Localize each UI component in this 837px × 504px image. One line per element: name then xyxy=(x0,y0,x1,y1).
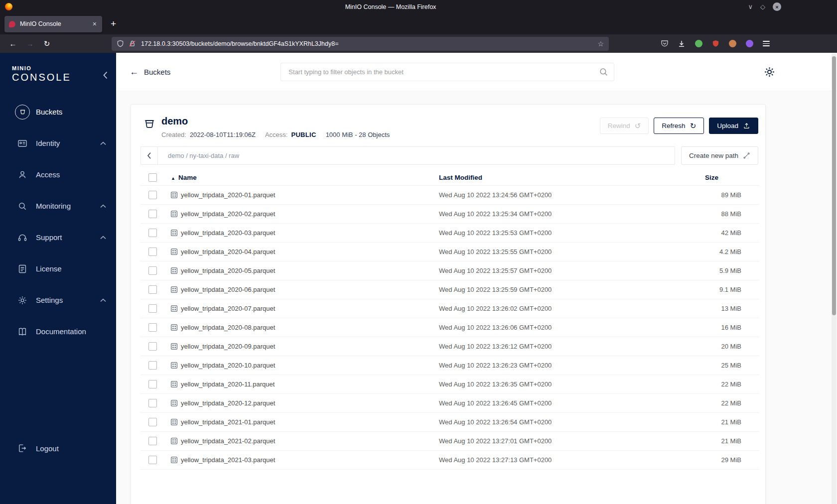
row-checkbox[interactable] xyxy=(148,304,157,313)
sidebar-item-documentation[interactable]: Documentation xyxy=(0,316,116,347)
menu-hamburger-icon[interactable] xyxy=(760,38,772,50)
account-avatar-icon[interactable] xyxy=(726,38,738,50)
object-filter-search[interactable] xyxy=(280,63,614,81)
sidebar-item-license[interactable]: License xyxy=(0,253,116,284)
shield-icon[interactable] xyxy=(117,40,124,47)
row-checkbox[interactable] xyxy=(148,229,157,237)
column-header-last-modified[interactable]: Last Modified xyxy=(434,170,705,185)
object-name[interactable]: yellow_tripdata_2020-07.parquet xyxy=(181,305,275,312)
object-name[interactable]: yellow_tripdata_2020-08.parquet xyxy=(181,324,275,331)
object-name[interactable]: yellow_tripdata_2021-03.parquet xyxy=(181,456,275,464)
row-checkbox[interactable] xyxy=(148,323,157,332)
bookmark-star-icon[interactable]: ☆ xyxy=(597,40,604,48)
select-all-checkbox[interactable] xyxy=(148,173,157,182)
url-text[interactable]: 172.18.0.3:30503/buckets/demo/browse/bnk… xyxy=(141,40,593,47)
object-name[interactable]: yellow_tripdata_2020-10.parquet xyxy=(181,362,275,369)
sidebar-item-logout[interactable]: Logout xyxy=(15,440,106,456)
create-new-path-label: Create new path xyxy=(689,152,738,159)
object-name[interactable]: yellow_tripdata_2021-02.parquet xyxy=(181,437,275,445)
object-name[interactable]: yellow_tripdata_2020-02.parquet xyxy=(181,210,275,218)
extension-purple-icon[interactable] xyxy=(743,38,755,50)
row-checkbox[interactable] xyxy=(148,361,157,370)
pocket-icon[interactable] xyxy=(659,38,671,50)
scrollbar-thumb[interactable] xyxy=(832,56,836,315)
table-row[interactable]: yellow_tripdata_2020-09.parquet Wed Aug … xyxy=(140,337,759,356)
search-input[interactable] xyxy=(288,68,599,76)
object-name[interactable]: yellow_tripdata_2020-12.parquet xyxy=(181,399,275,407)
object-size: 21 MiB xyxy=(705,412,759,431)
row-checkbox[interactable] xyxy=(148,418,157,426)
window-close-button[interactable]: × xyxy=(773,2,781,11)
url-bar[interactable]: 172.18.0.3:30503/buckets/demo/browse/bnk… xyxy=(112,37,609,51)
browser-settings-gear-icon[interactable] xyxy=(763,66,776,78)
object-name[interactable]: yellow_tripdata_2021-01.parquet xyxy=(181,418,275,426)
refresh-button[interactable]: Refresh ↻ xyxy=(654,118,704,134)
object-last-modified: Wed Aug 10 2022 13:27:01 GMT+0200 xyxy=(434,431,705,450)
breadcrumb[interactable]: demo / ny-taxi-data / raw xyxy=(158,152,239,159)
table-row[interactable]: yellow_tripdata_2020-12.parquet Wed Aug … xyxy=(140,393,759,412)
access-value[interactable]: PUBLIC xyxy=(291,131,316,138)
table-row[interactable]: yellow_tripdata_2020-11.parquet Wed Aug … xyxy=(140,375,759,393)
rewind-button[interactable]: Rewind ↺ xyxy=(600,118,649,134)
object-name[interactable]: yellow_tripdata_2020-03.parquet xyxy=(181,229,275,237)
table-row[interactable]: yellow_tripdata_2020-07.parquet Wed Aug … xyxy=(140,299,759,318)
row-checkbox[interactable] xyxy=(148,210,157,218)
tab-close-icon[interactable]: × xyxy=(92,20,98,28)
create-new-path-button[interactable]: Create new path xyxy=(681,146,758,165)
sidebar-item-support[interactable]: Support xyxy=(0,222,116,253)
sidebar-item-buckets[interactable]: Buckets xyxy=(0,96,116,127)
table-row[interactable]: yellow_tripdata_2020-08.parquet Wed Aug … xyxy=(140,318,759,337)
new-tab-button[interactable]: + xyxy=(111,18,116,29)
table-row[interactable]: yellow_tripdata_2020-02.parquet Wed Aug … xyxy=(140,204,759,223)
table-row[interactable]: yellow_tripdata_2020-04.parquet Wed Aug … xyxy=(140,242,759,261)
sidebar-item-monitoring[interactable]: Monitoring xyxy=(0,190,116,222)
table-row[interactable]: yellow_tripdata_2021-01.parquet Wed Aug … xyxy=(140,412,759,431)
table-row[interactable]: yellow_tripdata_2020-10.parquet Wed Aug … xyxy=(140,356,759,375)
sidebar-collapse-icon[interactable] xyxy=(103,71,108,80)
table-row[interactable]: yellow_tripdata_2020-06.parquet Wed Aug … xyxy=(140,280,759,299)
table-row[interactable]: yellow_tripdata_2021-02.parquet Wed Aug … xyxy=(140,431,759,450)
row-checkbox[interactable] xyxy=(148,399,157,407)
table-row[interactable]: yellow_tripdata_2020-05.parquet Wed Aug … xyxy=(140,261,759,280)
object-name[interactable]: yellow_tripdata_2020-01.parquet xyxy=(181,191,275,199)
name-header-label: Name xyxy=(178,174,197,181)
extension-green-icon[interactable] xyxy=(693,38,704,50)
window-maximize-button[interactable]: ◇ xyxy=(760,3,765,10)
browser-tab-minio-console[interactable]: MinIO Console × xyxy=(4,16,102,32)
browser-back-button[interactable]: ← xyxy=(6,37,20,50)
download-icon[interactable] xyxy=(676,38,688,50)
object-size: 88 MiB xyxy=(705,204,759,223)
row-checkbox[interactable] xyxy=(148,456,157,464)
object-name[interactable]: yellow_tripdata_2020-11.parquet xyxy=(181,380,275,388)
back-to-buckets[interactable]: ← Buckets xyxy=(130,67,170,76)
row-checkbox[interactable] xyxy=(148,191,157,199)
insecure-lock-icon[interactable] xyxy=(129,40,136,47)
row-checkbox[interactable] xyxy=(148,285,157,294)
documentation-icon xyxy=(15,324,30,339)
table-row[interactable]: yellow_tripdata_2020-01.parquet Wed Aug … xyxy=(140,185,759,204)
object-name[interactable]: yellow_tripdata_2020-09.parquet xyxy=(181,343,275,350)
content-area: demo Created: 2022-08-10T11:19:06Z Acces… xyxy=(116,91,837,504)
row-checkbox[interactable] xyxy=(148,266,157,275)
window-minimize-button[interactable]: ∨ xyxy=(748,3,753,10)
ublock-shield-icon[interactable] xyxy=(709,38,721,50)
object-name[interactable]: yellow_tripdata_2020-04.parquet xyxy=(181,248,275,255)
object-name[interactable]: yellow_tripdata_2020-05.parquet xyxy=(181,267,275,274)
path-back-chevron-icon[interactable] xyxy=(141,147,158,164)
column-header-size[interactable]: Size xyxy=(705,170,759,185)
sidebar-item-settings[interactable]: Settings xyxy=(0,284,116,316)
row-checkbox[interactable] xyxy=(148,437,157,445)
object-name[interactable]: yellow_tripdata_2020-06.parquet xyxy=(181,286,275,293)
table-row[interactable]: yellow_tripdata_2020-03.parquet Wed Aug … xyxy=(140,223,759,242)
browser-reload-button[interactable]: ↻ xyxy=(40,37,54,50)
row-checkbox[interactable] xyxy=(148,248,157,256)
row-checkbox[interactable] xyxy=(148,342,157,351)
column-header-name[interactable]: ▲Name xyxy=(163,170,434,185)
row-checkbox[interactable] xyxy=(148,380,157,388)
sidebar-item-identity[interactable]: Identity xyxy=(0,127,116,159)
page-scrollbar[interactable] xyxy=(832,53,837,504)
table-row[interactable]: yellow_tripdata_2021-03.parquet Wed Aug … xyxy=(140,450,759,469)
browser-forward-button[interactable]: → xyxy=(23,37,37,50)
upload-button[interactable]: Upload xyxy=(709,118,758,134)
sidebar-item-access[interactable]: Access xyxy=(0,159,116,190)
